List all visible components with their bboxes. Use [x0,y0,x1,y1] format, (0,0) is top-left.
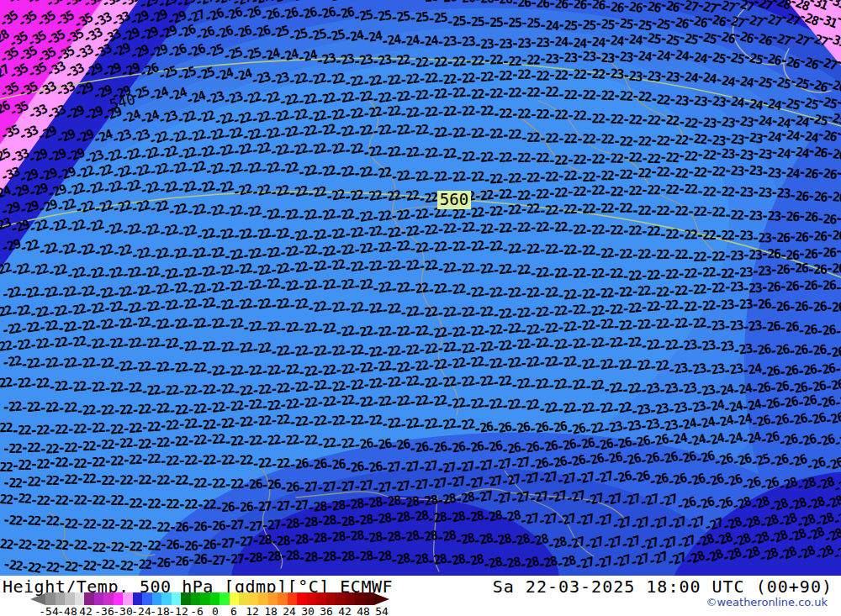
svg-text:-22: -22 [595,131,614,146]
svg-text:-26: -26 [779,278,800,294]
colorbar-cell [297,592,307,605]
colorbar-cell [114,592,124,605]
svg-text:-22: -22 [547,303,568,320]
svg-text:-22: -22 [445,281,466,298]
svg-text:-26: -26 [761,246,781,261]
colorbar-cell [191,592,201,605]
colorbar-cell [123,592,133,605]
svg-text:-22: -22 [408,87,429,104]
svg-text:-22: -22 [613,88,633,104]
svg-text:-26: -26 [789,229,810,245]
svg-text:-22: -22 [104,540,124,555]
svg-text:-22: -22 [114,558,134,574]
colorbar-cell [365,592,375,605]
svg-text:-22: -22 [464,87,484,103]
svg-text:-22: -22 [594,245,614,261]
svg-text:-22: -22 [40,473,59,488]
svg-text:-22: -22 [104,493,124,508]
svg-text:-22: -22 [686,282,706,298]
colorbar-cell [326,592,336,605]
svg-text:-22: -22 [669,203,688,218]
svg-text:-22: -22 [159,453,179,469]
svg-text:-22: -22 [455,71,475,87]
svg-text:-22: -22 [49,492,69,508]
svg-text:-23: -23 [733,228,754,243]
svg-text:-22: -22 [49,537,69,554]
svg-text:-27: -27 [224,517,244,533]
svg-text:-22: -22 [706,163,726,179]
svg-text:-26: -26 [823,376,841,395]
svg-text:-22: -22 [30,456,50,471]
colorbar-cell [133,592,143,605]
svg-text:-22: -22 [558,168,578,184]
svg-text:-22: -22 [371,358,392,376]
svg-text:-22: -22 [483,238,504,255]
svg-text:-26: -26 [825,299,841,316]
svg-text:-22: -22 [585,182,606,198]
svg-text:-22: -22 [603,266,623,282]
svg-text:-22: -22 [659,182,679,197]
svg-text:-22: -22 [595,201,615,217]
svg-text:-23: -23 [752,263,773,279]
svg-text:-22: -22 [621,300,643,317]
svg-text:-22: -22 [576,87,596,103]
svg-text:-22: -22 [557,202,577,218]
svg-text:-22: -22 [621,223,642,239]
svg-text:-22: -22 [325,256,346,274]
svg-text:-22: -22 [547,265,569,282]
svg-text:-22: -22 [48,422,68,438]
svg-text:-22: -22 [12,491,32,507]
svg-text:-22: -22 [12,458,31,473]
svg-text:-26: -26 [493,0,513,7]
svg-text:-22: -22 [463,238,484,255]
svg-text:-22: -22 [11,423,31,439]
svg-text:-22: -22 [205,431,226,448]
svg-text:-22: -22 [168,434,188,450]
svg-text:-22: -22 [140,451,161,467]
svg-text:-22: -22 [473,187,495,204]
svg-text:-26: -26 [834,323,841,340]
svg-text:-22: -22 [85,420,105,436]
svg-text:-22: -22 [686,315,707,332]
svg-text:-22: -22 [417,103,438,120]
colorbar-cell [316,592,326,605]
svg-text:-22: -22 [278,361,299,379]
svg-text:-22: -22 [1,353,22,371]
svg-text:-22: -22 [67,492,87,508]
svg-text:-26: -26 [797,277,818,293]
svg-text:-22: -22 [640,267,660,284]
svg-text:-22: -22 [426,124,447,141]
svg-text:-22: -22 [669,166,689,182]
svg-text:-22: -22 [76,403,96,419]
svg-text:-22: -22 [334,392,355,409]
svg-text:-22: -22 [86,492,105,508]
svg-text:-22: -22 [566,184,586,200]
colorbar-cell [249,592,259,605]
svg-text:-25: -25 [502,15,522,30]
svg-text:-22: -22 [57,440,77,455]
svg-text:-22: -22 [538,169,558,185]
svg-text:-22: -22 [427,86,448,103]
svg-text:-22: -22 [678,227,697,242]
svg-text:-22: -22 [556,353,577,371]
colorbar-cell [288,592,298,605]
svg-text:-26: -26 [197,537,217,552]
svg-text:-22: -22 [408,55,429,72]
colorbar-cell [181,592,191,605]
svg-text:-22: -22 [502,85,522,101]
copyright-link[interactable]: ©weatheronline.co.uk [706,596,828,608]
svg-text:-22: -22 [178,497,198,513]
svg-text:-22: -22 [242,433,263,450]
svg-text:-22: -22 [594,285,615,302]
svg-text:-22: -22 [21,440,40,456]
svg-text:-22: -22 [86,540,106,555]
svg-text:-22: -22 [214,452,235,469]
svg-text:-22: -22 [389,238,410,255]
svg-text:-22: -22 [706,249,726,265]
svg-text:-23: -23 [539,51,559,66]
svg-text:-22: -22 [528,334,549,352]
svg-text:-22: -22 [622,183,642,198]
svg-text:-22: -22 [352,88,374,107]
svg-text:-22: -22 [187,432,207,449]
svg-text:-26: -26 [835,280,841,296]
